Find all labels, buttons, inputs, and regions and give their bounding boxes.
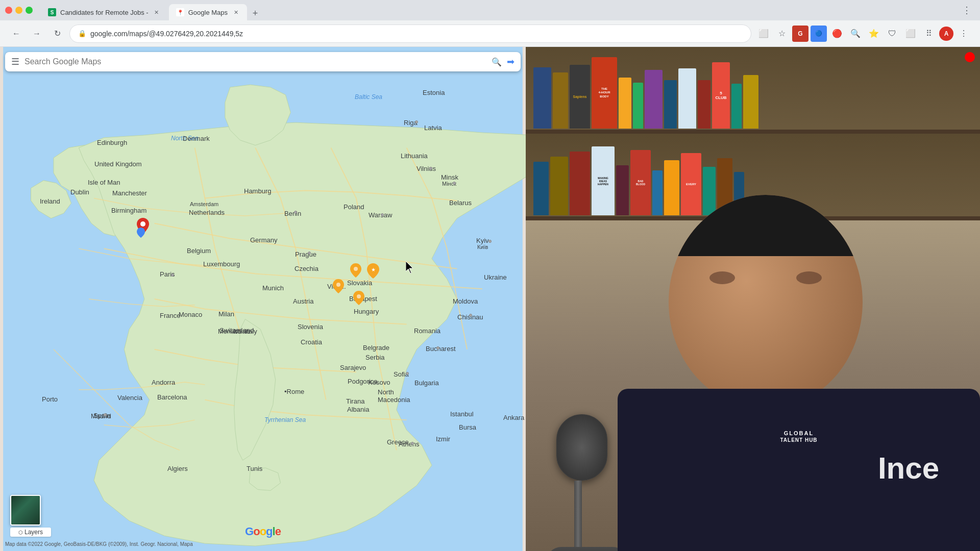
label-france: France xyxy=(160,312,180,319)
extension-icon-4[interactable]: 🔍 xyxy=(847,26,864,42)
label-bursa: Bursa xyxy=(459,423,476,431)
search-input[interactable] xyxy=(24,57,486,66)
label-united-kingdom: United Kingdom xyxy=(94,160,142,168)
label-poland: Poland xyxy=(344,203,364,211)
label-albania: Albania xyxy=(347,406,369,413)
svg-point-6 xyxy=(357,294,361,298)
webcam-panel: Sapiens THE4-HOURBODY 5CLUB xyxy=(526,47,980,551)
svg-point-2 xyxy=(140,221,145,227)
marker-london-blue[interactable] xyxy=(137,228,145,240)
label-prague: Prague xyxy=(295,251,316,258)
tab-maps[interactable]: 📍 Google Maps ✕ xyxy=(169,4,247,20)
microphone-area xyxy=(546,322,628,551)
menu-button[interactable]: ⋮ xyxy=(955,26,972,42)
label-algiers: Algiers xyxy=(167,465,188,472)
marker-orange-1[interactable] xyxy=(333,279,344,295)
cast-icon[interactable]: ⬜ xyxy=(755,26,772,42)
directions-icon[interactable]: ➡ xyxy=(507,56,514,67)
book-making-ideas: MAKINGIDEASHAPPEN xyxy=(592,146,615,215)
title-bar: S Candidates for Remote Jobs - ✕ 📍 Googl… xyxy=(0,0,980,20)
marker-star[interactable]: ★ xyxy=(367,263,379,281)
label-kosovo: Kosovo xyxy=(368,379,390,386)
label-belgium: Belgium xyxy=(187,247,211,255)
extension-icon-7[interactable]: ⬜ xyxy=(902,26,919,42)
label-ankara: Ankara xyxy=(503,414,524,421)
maps-search-panel: ☰ 🔍 ➡ xyxy=(0,47,526,77)
extension-icon-6[interactable]: 🛡 xyxy=(884,26,900,42)
hamburger-menu[interactable]: ☰ xyxy=(11,56,19,67)
tab-maps-close[interactable]: ✕ xyxy=(232,8,240,16)
tab-sheets[interactable]: S Candidates for Remote Jobs - ✕ xyxy=(41,4,168,20)
book-green xyxy=(633,83,643,129)
tab-sheets-label: Candidates for Remote Jobs - xyxy=(60,9,149,16)
book-lightblue xyxy=(678,68,696,129)
marker-orange-3[interactable] xyxy=(353,291,364,307)
label-lithuania: Lithuania xyxy=(401,152,428,160)
label-porto: Porto xyxy=(42,395,58,403)
label-tunis: Tunis xyxy=(247,465,262,472)
apps-icon[interactable]: ⠿ xyxy=(921,26,937,42)
microphone-stand xyxy=(574,481,582,551)
label-kiev-cy: Київ xyxy=(477,244,488,250)
shelf-divider-1 xyxy=(526,130,980,134)
microphone-base xyxy=(546,547,628,551)
label-minsk: Minsk xyxy=(441,173,458,181)
book-brown xyxy=(553,72,568,129)
label-edinburgh: Edinburgh xyxy=(97,139,127,146)
label-munich: Munich xyxy=(262,284,284,292)
label-tyrrhenian-sea: Tyrrhenian Sea xyxy=(264,416,306,423)
label-birmingham: Birmingham xyxy=(111,207,146,214)
label-athens: Athens xyxy=(399,440,419,448)
dot-paris xyxy=(171,273,174,277)
book-4hour-body: THE4-HOURBODY xyxy=(592,57,617,129)
maximize-button[interactable] xyxy=(26,7,33,14)
marker-orange-2[interactable] xyxy=(350,263,361,280)
ince-text: Ince xyxy=(878,450,939,486)
map-container[interactable]: North Sea Baltic Sea Tyrrhenian Sea Edin… xyxy=(0,47,526,551)
search-icon[interactable]: 🔍 xyxy=(492,57,502,67)
recording-indicator xyxy=(965,52,975,62)
back-button[interactable]: ← xyxy=(8,26,24,42)
label-sarajevo: Sarajevo xyxy=(340,364,366,371)
label-austria: Austria xyxy=(293,297,313,305)
extension-icon-1[interactable]: G xyxy=(792,26,808,42)
label-hamburg: Hamburg xyxy=(244,187,271,195)
label-izmir: Izmir xyxy=(436,435,450,443)
tab-sheets-close[interactable]: ✕ xyxy=(153,8,161,16)
label-andorra: Andorra xyxy=(152,379,175,386)
label-monaco2: Monaco xyxy=(179,311,202,318)
settings-button[interactable]: ⋮ xyxy=(959,2,975,18)
forward-button[interactable]: → xyxy=(29,26,45,42)
book-darkred xyxy=(698,80,710,129)
label-berlin: Berlin xyxy=(284,210,301,217)
layers-button[interactable]: ⬡ Layers xyxy=(10,495,51,536)
dot-chisinau xyxy=(469,314,472,317)
mouse-cursor xyxy=(406,261,418,278)
book-orange xyxy=(619,78,631,129)
label-latvia: Latvia xyxy=(424,124,442,132)
svg-point-3 xyxy=(336,283,340,287)
label-amsterdam: Amsterdam xyxy=(190,201,218,207)
label-croatia: Croatia xyxy=(301,338,322,346)
extension-icon-5[interactable]: ⭐ xyxy=(866,26,882,42)
close-button[interactable] xyxy=(5,7,12,14)
label-madrid: Madrid xyxy=(91,412,111,420)
reload-button[interactable]: ↻ xyxy=(49,26,65,42)
main-content: ☰ 🔍 ➡ xyxy=(0,47,980,551)
person-eye-left xyxy=(709,271,735,284)
book2-darkblue xyxy=(533,162,549,215)
dot-sofia xyxy=(406,372,409,375)
person-eye-right xyxy=(796,271,822,284)
extension-icon-3[interactable]: 🔴 xyxy=(829,26,845,42)
profile-avatar[interactable]: A xyxy=(939,27,953,41)
traffic-lights xyxy=(5,7,33,14)
extension-icon-2[interactable]: 🔵 xyxy=(811,26,827,42)
person: GLOBAL TALENT HUB xyxy=(618,195,980,551)
minimize-button[interactable] xyxy=(15,7,22,14)
security-icon: 🔒 xyxy=(78,30,86,37)
address-bar[interactable]: 🔒 google.com/maps/@49.0276429,20.2021449… xyxy=(69,24,751,43)
layers-thumbnail xyxy=(10,495,41,525)
bookmark-icon[interactable]: ☆ xyxy=(774,26,790,42)
label-valencia: Valencia xyxy=(117,394,142,402)
new-tab-button[interactable]: + xyxy=(248,6,262,20)
